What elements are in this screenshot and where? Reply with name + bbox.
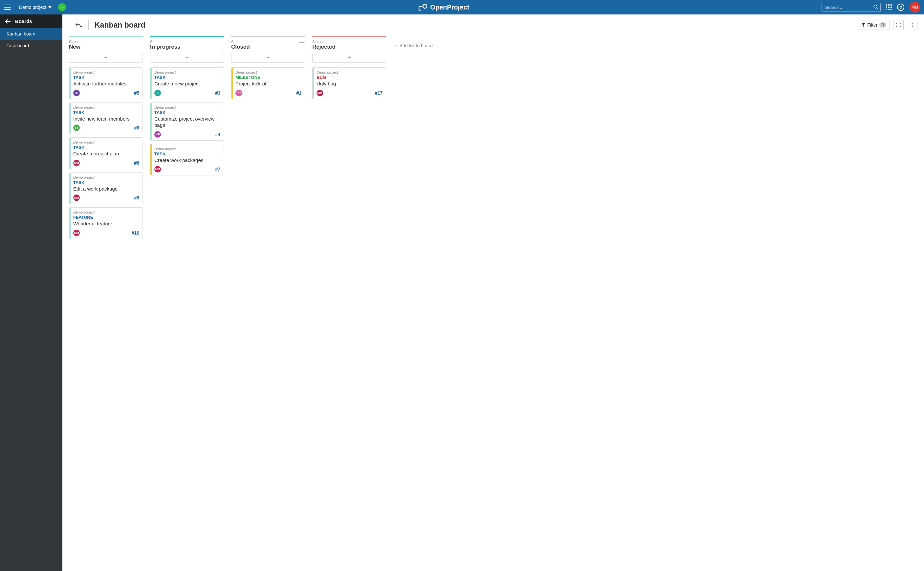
column-bar xyxy=(69,36,143,37)
assignee-avatar[interactable]: JD xyxy=(73,90,80,96)
column-status-label: Status xyxy=(150,40,224,44)
card-title: Customize project overview page xyxy=(154,116,220,128)
logo-icon xyxy=(418,4,428,11)
card-type: TASK xyxy=(73,75,139,80)
card-footer: MM#16 xyxy=(73,230,139,236)
assignee-avatar[interactable]: KF xyxy=(154,131,161,138)
card-title: Wonderful feature xyxy=(73,221,139,227)
card-title: Edit a work package xyxy=(73,186,139,192)
card-stripe xyxy=(69,138,71,169)
card-footer: MM#17 xyxy=(317,90,382,96)
menu-toggle[interactable] xyxy=(4,5,11,10)
card-stripe xyxy=(150,144,152,176)
board-column: StatusNew+Demo projectTASKActivate furth… xyxy=(69,36,143,242)
app-logo[interactable]: OpenProject xyxy=(418,4,469,11)
card-id: #17 xyxy=(375,90,382,96)
apps-icon[interactable] xyxy=(886,4,892,10)
assignee-avatar[interactable]: MM xyxy=(317,90,323,96)
filter-button[interactable]: Filter 0 xyxy=(858,20,890,30)
assignee-avatar[interactable]: MM xyxy=(73,194,80,201)
work-package-card[interactable]: Demo projectTASKCreate a project planMM#… xyxy=(69,137,143,169)
column-bar xyxy=(231,36,305,37)
card-footer: MM#9 xyxy=(73,194,139,201)
column-header: StatusRejected xyxy=(312,40,386,50)
card-id: #16 xyxy=(132,230,139,236)
card-type: TASK xyxy=(154,75,220,80)
card-id: #8 xyxy=(134,160,139,165)
column-status-label: Status xyxy=(69,40,143,44)
work-package-card[interactable]: Demo projectTASKInvite new team membersT… xyxy=(69,102,143,134)
column-header: ⠿StatusClosed••• xyxy=(231,40,305,50)
card-title: Create a project plan xyxy=(73,150,139,157)
board-column: StatusIn progress+Demo projectTASKCreate… xyxy=(150,36,224,179)
sidebar-item[interactable]: Kanban board xyxy=(0,28,62,40)
column-actions-icon[interactable]: ••• xyxy=(299,40,305,45)
column-bar xyxy=(312,36,386,37)
card-type: TASK xyxy=(73,180,139,185)
assignee-avatar[interactable]: PP xyxy=(236,90,242,96)
work-package-card[interactable]: Demo projectTASKCreate a new projectJD#3 xyxy=(150,67,224,99)
card-title: Create a new project xyxy=(154,80,220,87)
more-options-button[interactable] xyxy=(907,20,918,30)
card-title: Activate further modules xyxy=(73,80,139,87)
column-title: Rejected xyxy=(312,44,386,50)
card-footer: MM#7 xyxy=(154,166,220,173)
global-add-button[interactable]: + xyxy=(58,3,66,11)
assignee-avatar[interactable]: JD xyxy=(154,90,161,96)
back-arrow-icon[interactable] xyxy=(5,19,11,24)
card-project: Demo project xyxy=(73,210,139,214)
card-title: Project kick-off xyxy=(236,80,302,87)
card-footer: KF#4 xyxy=(154,131,220,138)
search-input[interactable] xyxy=(822,3,881,12)
card-stripe xyxy=(150,103,152,140)
add-card-button[interactable]: + xyxy=(69,53,143,63)
card-type: MILESTONE xyxy=(236,75,302,80)
column-title: Closed xyxy=(231,44,305,50)
search-box xyxy=(822,3,881,12)
add-card-button[interactable]: + xyxy=(312,53,386,63)
filter-icon xyxy=(861,23,865,27)
card-project: Demo project xyxy=(73,105,139,110)
card-title: Create work packages xyxy=(154,157,220,164)
card-type: TASK xyxy=(73,145,139,150)
card-footer: JD#5 xyxy=(73,90,139,96)
sidebar-title: Boards xyxy=(15,19,32,24)
card-footer: MM#8 xyxy=(73,160,139,166)
card-id: #5 xyxy=(134,90,139,96)
assignee-avatar[interactable]: MM xyxy=(154,166,161,173)
work-package-card[interactable]: Demo projectMILESTONEProject kick-offPP#… xyxy=(231,67,305,99)
sidebar: Boards Kanban boardTask board xyxy=(0,14,62,571)
card-stripe xyxy=(69,208,71,239)
work-package-card[interactable]: Demo projectFEATUREWonderful featureMM#1… xyxy=(69,207,143,239)
card-stripe xyxy=(69,68,71,99)
assignee-avatar[interactable]: MM xyxy=(73,160,80,166)
user-avatar[interactable]: MM xyxy=(910,2,920,12)
board-back-button[interactable] xyxy=(69,20,89,30)
add-card-button[interactable]: + xyxy=(231,53,305,63)
card-footer: JD#3 xyxy=(154,90,220,96)
card-type: TASK xyxy=(154,151,220,156)
fullscreen-button[interactable] xyxy=(893,20,904,30)
project-selector[interactable]: Demo project xyxy=(19,5,52,10)
assignee-avatar[interactable]: MM xyxy=(73,230,80,236)
work-package-card[interactable]: Demo projectBUGUgly bugMM#17 xyxy=(312,67,386,99)
column-status-label: Status xyxy=(312,40,386,44)
add-list-button[interactable]: +Add list to board xyxy=(393,36,433,49)
board-title: Kanban board xyxy=(95,21,145,29)
work-package-card[interactable]: Demo projectTASKCustomize project overvi… xyxy=(150,102,224,140)
filter-count: 0 xyxy=(879,22,886,28)
sidebar-item[interactable]: Task board xyxy=(0,40,62,52)
work-package-card[interactable]: Demo projectTASKEdit a work packageMM#9 xyxy=(69,173,143,204)
card-project: Demo project xyxy=(154,70,220,74)
card-project: Demo project xyxy=(317,70,382,74)
card-footer: PP#1 xyxy=(236,90,302,96)
add-card-button[interactable]: + xyxy=(150,53,224,63)
assignee-avatar[interactable]: TT xyxy=(73,125,80,131)
svg-point-3 xyxy=(912,23,913,24)
help-icon[interactable]: ? xyxy=(897,4,904,11)
work-package-card[interactable]: Demo projectTASKCreate work packagesMM#7 xyxy=(150,144,224,176)
drag-handle-icon[interactable]: ⠿ xyxy=(226,42,229,44)
column-header: StatusIn progress xyxy=(150,40,224,50)
card-project: Demo project xyxy=(154,147,220,151)
work-package-card[interactable]: Demo projectTASKActivate further modules… xyxy=(69,67,143,99)
